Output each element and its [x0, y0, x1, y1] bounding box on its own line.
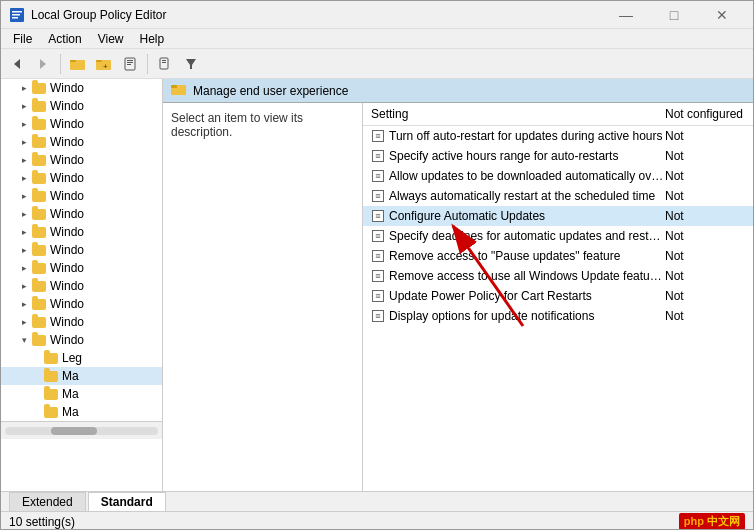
setting-row-2[interactable]: ≡Allow updates to be downloaded automati… — [363, 166, 753, 186]
tree-expander-9[interactable]: ▸ — [17, 243, 31, 257]
tree-expander-0[interactable]: ▸ — [17, 81, 31, 95]
folder-icon-1 — [31, 98, 47, 114]
setting-row-7[interactable]: ≡Remove access to use all Windows Update… — [363, 266, 753, 286]
sidebar-item-2[interactable]: ▸Windo — [1, 115, 162, 133]
sidebar-item-1[interactable]: ▸Windo — [1, 97, 162, 115]
tree-expander-8[interactable]: ▸ — [17, 225, 31, 239]
tree-expander-5[interactable]: ▸ — [17, 171, 31, 185]
sidebar-item-14[interactable]: ▾Windo — [1, 331, 162, 349]
sidebar-item-13[interactable]: ▸Windo — [1, 313, 162, 331]
tree-expander-12[interactable]: ▸ — [17, 297, 31, 311]
setting-row-5[interactable]: ≡Specify deadlines for automatic updates… — [363, 226, 753, 246]
sidebar-item-10[interactable]: ▸Windo — [1, 259, 162, 277]
setting-row-4[interactable]: ≡Configure Automatic UpdatesNot — [363, 206, 753, 226]
svg-marker-18 — [186, 59, 196, 69]
sidebar-item-7[interactable]: ▸Windo — [1, 205, 162, 223]
tree-expander-13[interactable]: ▸ — [17, 315, 31, 329]
svg-rect-20 — [171, 85, 177, 88]
setting-state-1: Not — [665, 149, 745, 163]
sidebar-item-8[interactable]: ▸Windo — [1, 223, 162, 241]
sidebar-item-4[interactable]: ▸Windo — [1, 151, 162, 169]
tab-extended[interactable]: Extended — [9, 492, 86, 511]
tree-expander-16[interactable] — [29, 369, 43, 383]
policy-icon-5: ≡ — [371, 229, 385, 243]
sidebar-item-18[interactable]: Ma — [1, 403, 162, 421]
svg-text:+: + — [103, 62, 108, 71]
sidebar-item-16[interactable]: Ma — [1, 367, 162, 385]
setting-row-9[interactable]: ≡Display options for update notification… — [363, 306, 753, 326]
folder-button[interactable] — [66, 52, 90, 76]
tree-expander-18[interactable] — [29, 405, 43, 419]
sidebar-item-0[interactable]: ▸Windo — [1, 79, 162, 97]
setting-row-0[interactable]: ≡Turn off auto-restart for updates durin… — [363, 126, 753, 146]
tree-expander-11[interactable]: ▸ — [17, 279, 31, 293]
tree-label-5: Windo — [50, 171, 84, 185]
menu-action[interactable]: Action — [40, 30, 89, 48]
setting-row-3[interactable]: ≡Always automatically restart at the sch… — [363, 186, 753, 206]
tree-expander-2[interactable]: ▸ — [17, 117, 31, 131]
title-bar: Local Group Policy Editor — □ ✕ — [1, 1, 753, 29]
sidebar-item-9[interactable]: ▸Windo — [1, 241, 162, 259]
tree-label-0: Windo — [50, 81, 84, 95]
folder2-button[interactable]: + — [92, 52, 116, 76]
tree-expander-6[interactable]: ▸ — [17, 189, 31, 203]
tree-expander-3[interactable]: ▸ — [17, 135, 31, 149]
filter-button[interactable] — [179, 52, 203, 76]
setting-name-3: Always automatically restart at the sche… — [389, 189, 665, 203]
setting-state-9: Not — [665, 309, 745, 323]
tree-expander-10[interactable]: ▸ — [17, 261, 31, 275]
policy-icon-9: ≡ — [371, 309, 385, 323]
svg-rect-16 — [162, 60, 166, 61]
sidebar-item-3[interactable]: ▸Windo — [1, 133, 162, 151]
tree-label-1: Windo — [50, 99, 84, 113]
folder-icon-18 — [43, 404, 59, 420]
tree-label-15: Leg — [62, 351, 82, 365]
tree-label-9: Windo — [50, 243, 84, 257]
tree-expander-17[interactable] — [29, 387, 43, 401]
description-panel: Select an item to view its description. — [163, 103, 363, 491]
menu-view[interactable]: View — [90, 30, 132, 48]
tree-label-11: Windo — [50, 279, 84, 293]
close-button[interactable]: ✕ — [699, 1, 745, 29]
tree-label-12: Windo — [50, 297, 84, 311]
svg-rect-2 — [12, 14, 20, 16]
setting-row-6[interactable]: ≡Remove access to "Pause updates" featur… — [363, 246, 753, 266]
sidebar-item-11[interactable]: ▸Windo — [1, 277, 162, 295]
tree-label-18: Ma — [62, 405, 79, 419]
tab-standard[interactable]: Standard — [88, 492, 166, 511]
folder-icon-11 — [31, 278, 47, 294]
sidebar-item-15[interactable]: Leg — [1, 349, 162, 367]
maximize-button[interactable]: □ — [651, 1, 697, 29]
refresh-button[interactable] — [153, 52, 177, 76]
php-logo: php 中文网 — [679, 513, 745, 530]
setting-row-1[interactable]: ≡Specify active hours range for auto-res… — [363, 146, 753, 166]
tree-label-2: Windo — [50, 117, 84, 131]
menu-file[interactable]: File — [5, 30, 40, 48]
properties-button[interactable] — [118, 52, 142, 76]
sidebar-item-6[interactable]: ▸Windo — [1, 187, 162, 205]
svg-rect-13 — [127, 62, 133, 63]
tree-expander-15[interactable] — [29, 351, 43, 365]
folder-icon-17 — [43, 386, 59, 402]
tree-label-3: Windo — [50, 135, 84, 149]
tree-expander-4[interactable]: ▸ — [17, 153, 31, 167]
window-controls: — □ ✕ — [603, 1, 745, 29]
status-text: 10 setting(s) — [9, 515, 75, 529]
sidebar-scrollbar[interactable] — [1, 421, 162, 439]
tree-expander-1[interactable]: ▸ — [17, 99, 31, 113]
setting-row-8[interactable]: ≡Update Power Policy for Cart RestartsNo… — [363, 286, 753, 306]
col-header-setting: Setting — [371, 107, 665, 121]
settings-list: ≡Turn off auto-restart for updates durin… — [363, 126, 753, 491]
menu-help[interactable]: Help — [132, 30, 173, 48]
minimize-button[interactable]: — — [603, 1, 649, 29]
sidebar-item-5[interactable]: ▸Windo — [1, 169, 162, 187]
tree-expander-14[interactable]: ▾ — [17, 333, 31, 347]
back-button[interactable] — [5, 52, 29, 76]
horizontal-scrollbar[interactable] — [5, 427, 158, 435]
folder-icon-12 — [31, 296, 47, 312]
sidebar-item-12[interactable]: ▸Windo — [1, 295, 162, 313]
policy-icon-7: ≡ — [371, 269, 385, 283]
sidebar-item-17[interactable]: Ma — [1, 385, 162, 403]
forward-button[interactable] — [31, 52, 55, 76]
tree-expander-7[interactable]: ▸ — [17, 207, 31, 221]
